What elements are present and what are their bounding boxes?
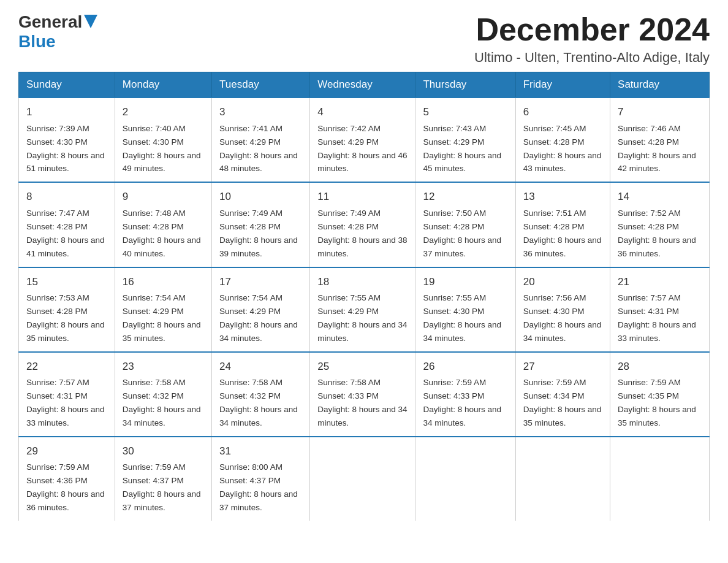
calendar-week-1: 1 Sunrise: 7:39 AMSunset: 4:30 PMDayligh… — [19, 98, 710, 182]
day-info: Sunrise: 7:39 AMSunset: 4:30 PMDaylight:… — [26, 124, 105, 174]
location-subtitle: Ultimo - Ulten, Trentino-Alto Adige, Ita… — [474, 50, 710, 66]
day-number: 1 — [26, 104, 107, 120]
day-number: 23 — [123, 359, 204, 375]
title-area: December 2024 Ultimo - Ulten, Trentino-A… — [474, 12, 710, 66]
table-row: 21 Sunrise: 7:57 AMSunset: 4:31 PMDaylig… — [610, 267, 710, 352]
table-row: 1 Sunrise: 7:39 AMSunset: 4:30 PMDayligh… — [19, 98, 115, 182]
day-number: 12 — [423, 189, 507, 205]
day-number: 26 — [423, 359, 507, 375]
day-info: Sunrise: 7:54 AMSunset: 4:29 PMDaylight:… — [219, 293, 298, 343]
day-number: 9 — [123, 189, 204, 205]
day-info: Sunrise: 7:58 AMSunset: 4:32 PMDaylight:… — [219, 378, 298, 427]
day-info: Sunrise: 7:45 AMSunset: 4:28 PMDaylight:… — [523, 124, 602, 174]
logo-general-text: General — [18, 12, 82, 32]
table-row: 28 Sunrise: 7:59 AMSunset: 4:35 PMDaylig… — [610, 352, 710, 437]
month-title: December 2024 — [474, 12, 710, 47]
table-row: 22 Sunrise: 7:57 AMSunset: 4:31 PMDaylig… — [19, 352, 115, 437]
day-number: 24 — [219, 359, 302, 375]
day-number: 14 — [618, 189, 702, 205]
table-row: 30 Sunrise: 7:59 AMSunset: 4:37 PMDaylig… — [115, 437, 211, 521]
day-info: Sunrise: 8:00 AMSunset: 4:37 PMDaylight:… — [219, 462, 298, 512]
table-row: 13 Sunrise: 7:51 AMSunset: 4:28 PMDaylig… — [515, 182, 610, 267]
logo-blue-text: Blue — [18, 32, 56, 52]
table-row: 6 Sunrise: 7:45 AMSunset: 4:28 PMDayligh… — [515, 98, 610, 182]
table-row — [415, 437, 515, 521]
table-row: 12 Sunrise: 7:50 AMSunset: 4:28 PMDaylig… — [415, 182, 515, 267]
svg-marker-0 — [84, 15, 97, 28]
header-saturday: Saturday — [610, 72, 710, 98]
day-number: 21 — [618, 274, 702, 290]
day-info: Sunrise: 7:59 AMSunset: 4:36 PMDaylight:… — [26, 462, 105, 512]
calendar-week-5: 29 Sunrise: 7:59 AMSunset: 4:36 PMDaylig… — [19, 437, 710, 521]
day-info: Sunrise: 7:57 AMSunset: 4:31 PMDaylight:… — [618, 293, 696, 343]
day-info: Sunrise: 7:55 AMSunset: 4:30 PMDaylight:… — [423, 293, 501, 343]
logo-triangle-icon — [84, 15, 97, 28]
header-friday: Friday — [515, 72, 610, 98]
header-sunday: Sunday — [19, 72, 115, 98]
table-row: 3 Sunrise: 7:41 AMSunset: 4:29 PMDayligh… — [212, 98, 310, 182]
table-row: 31 Sunrise: 8:00 AMSunset: 4:37 PMDaylig… — [212, 437, 310, 521]
day-number: 27 — [523, 359, 602, 375]
day-number: 25 — [317, 359, 408, 375]
table-row: 2 Sunrise: 7:40 AMSunset: 4:30 PMDayligh… — [115, 98, 211, 182]
day-info: Sunrise: 7:51 AMSunset: 4:28 PMDaylight:… — [523, 209, 602, 258]
table-row: 24 Sunrise: 7:58 AMSunset: 4:32 PMDaylig… — [212, 352, 310, 437]
day-info: Sunrise: 7:59 AMSunset: 4:34 PMDaylight:… — [523, 378, 602, 427]
table-row: 29 Sunrise: 7:59 AMSunset: 4:36 PMDaylig… — [19, 437, 115, 521]
table-row: 18 Sunrise: 7:55 AMSunset: 4:29 PMDaylig… — [310, 267, 415, 352]
day-number: 13 — [523, 189, 602, 205]
day-info: Sunrise: 7:58 AMSunset: 4:33 PMDaylight:… — [317, 378, 407, 427]
day-number: 6 — [523, 104, 602, 120]
day-info: Sunrise: 7:59 AMSunset: 4:33 PMDaylight:… — [423, 378, 501, 427]
day-number: 10 — [219, 189, 302, 205]
day-info: Sunrise: 7:50 AMSunset: 4:28 PMDaylight:… — [423, 209, 501, 258]
calendar-week-3: 15 Sunrise: 7:53 AMSunset: 4:28 PMDaylig… — [19, 267, 710, 352]
page-header: General Blue December 2024 Ultimo - Ulte… — [18, 12, 710, 66]
day-info: Sunrise: 7:54 AMSunset: 4:29 PMDaylight:… — [123, 293, 201, 343]
day-info: Sunrise: 7:55 AMSunset: 4:29 PMDaylight:… — [317, 293, 407, 343]
day-number: 11 — [317, 189, 408, 205]
day-info: Sunrise: 7:42 AMSunset: 4:29 PMDaylight:… — [317, 124, 407, 174]
day-info: Sunrise: 7:59 AMSunset: 4:35 PMDaylight:… — [618, 378, 696, 427]
table-row: 20 Sunrise: 7:56 AMSunset: 4:30 PMDaylig… — [515, 267, 610, 352]
table-row: 9 Sunrise: 7:48 AMSunset: 4:28 PMDayligh… — [115, 182, 211, 267]
table-row: 23 Sunrise: 7:58 AMSunset: 4:32 PMDaylig… — [115, 352, 211, 437]
day-number: 15 — [26, 274, 107, 290]
table-row: 15 Sunrise: 7:53 AMSunset: 4:28 PMDaylig… — [19, 267, 115, 352]
day-number: 29 — [26, 443, 107, 459]
day-number: 30 — [123, 443, 204, 459]
day-info: Sunrise: 7:49 AMSunset: 4:28 PMDaylight:… — [317, 209, 407, 258]
day-info: Sunrise: 7:43 AMSunset: 4:29 PMDaylight:… — [423, 124, 501, 174]
calendar-week-4: 22 Sunrise: 7:57 AMSunset: 4:31 PMDaylig… — [19, 352, 710, 437]
day-info: Sunrise: 7:40 AMSunset: 4:30 PMDaylight:… — [123, 124, 201, 174]
calendar-table: Sunday Monday Tuesday Wednesday Thursday… — [18, 72, 710, 521]
table-row — [515, 437, 610, 521]
table-row — [310, 437, 415, 521]
day-info: Sunrise: 7:49 AMSunset: 4:28 PMDaylight:… — [219, 209, 298, 258]
header-tuesday: Tuesday — [212, 72, 310, 98]
table-row: 8 Sunrise: 7:47 AMSunset: 4:28 PMDayligh… — [19, 182, 115, 267]
day-number: 18 — [317, 274, 408, 290]
table-row: 16 Sunrise: 7:54 AMSunset: 4:29 PMDaylig… — [115, 267, 211, 352]
day-number: 8 — [26, 189, 107, 205]
logo: General Blue — [18, 12, 97, 52]
day-info: Sunrise: 7:48 AMSunset: 4:28 PMDaylight:… — [123, 209, 201, 258]
table-row: 10 Sunrise: 7:49 AMSunset: 4:28 PMDaylig… — [212, 182, 310, 267]
table-row: 5 Sunrise: 7:43 AMSunset: 4:29 PMDayligh… — [415, 98, 515, 182]
day-number: 2 — [123, 104, 204, 120]
day-number: 5 — [423, 104, 507, 120]
day-info: Sunrise: 7:59 AMSunset: 4:37 PMDaylight:… — [123, 462, 201, 512]
day-info: Sunrise: 7:57 AMSunset: 4:31 PMDaylight:… — [26, 378, 105, 427]
table-row: 19 Sunrise: 7:55 AMSunset: 4:30 PMDaylig… — [415, 267, 515, 352]
table-row: 11 Sunrise: 7:49 AMSunset: 4:28 PMDaylig… — [310, 182, 415, 267]
calendar-week-2: 8 Sunrise: 7:47 AMSunset: 4:28 PMDayligh… — [19, 182, 710, 267]
day-info: Sunrise: 7:41 AMSunset: 4:29 PMDaylight:… — [219, 124, 298, 174]
day-number: 19 — [423, 274, 507, 290]
day-number: 28 — [618, 359, 702, 375]
day-number: 22 — [26, 359, 107, 375]
table-row: 17 Sunrise: 7:54 AMSunset: 4:29 PMDaylig… — [212, 267, 310, 352]
table-row: 26 Sunrise: 7:59 AMSunset: 4:33 PMDaylig… — [415, 352, 515, 437]
table-row: 4 Sunrise: 7:42 AMSunset: 4:29 PMDayligh… — [310, 98, 415, 182]
table-row — [610, 437, 710, 521]
day-info: Sunrise: 7:46 AMSunset: 4:28 PMDaylight:… — [618, 124, 696, 174]
